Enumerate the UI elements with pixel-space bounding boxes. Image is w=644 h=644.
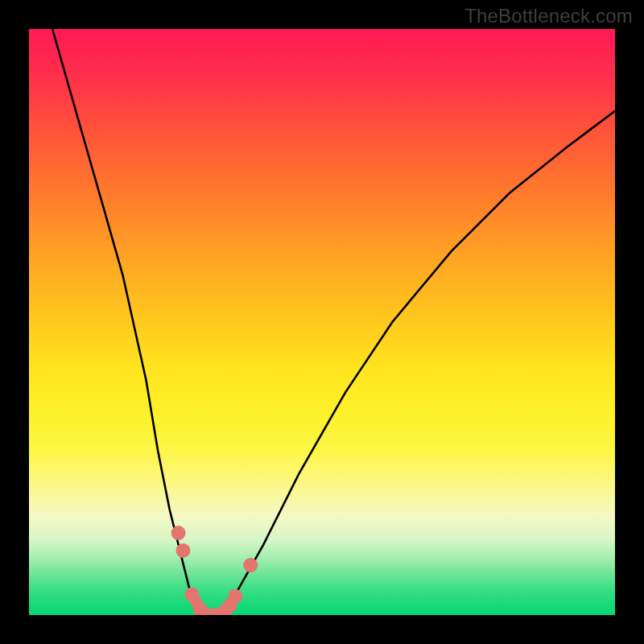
watermark-text: TheBottleneck.com bbox=[464, 5, 633, 27]
chart-plot-area bbox=[29, 29, 615, 615]
data-marker bbox=[176, 543, 191, 558]
data-marker bbox=[171, 526, 186, 540]
data-marker bbox=[243, 558, 258, 572]
bottleneck-curve-svg bbox=[29, 29, 615, 615]
curve-left-branch bbox=[52, 29, 190, 592]
data-marker bbox=[184, 588, 199, 602]
data-marker bbox=[228, 589, 242, 604]
curve-right-branch bbox=[237, 111, 615, 592]
